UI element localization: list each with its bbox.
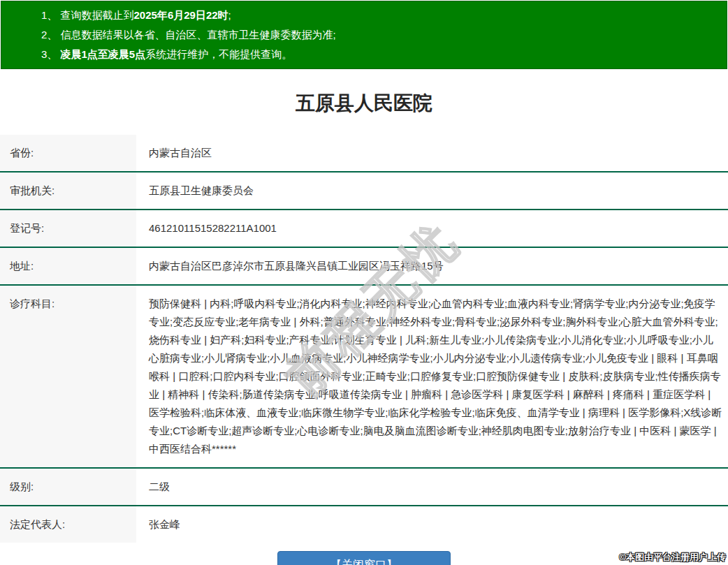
notice-bold-text: 2025年6月29日22时 (134, 9, 228, 21)
close-window-button[interactable]: 【关闭窗口】 (277, 551, 451, 565)
row-value: 预防保健科 | 内科;呼吸内科专业;消化内科专业;神经内科专业;心血管内科专业;… (136, 286, 728, 467)
table-row-legal-representative: 法定代表人: 张金峰 (0, 505, 728, 543)
notice-text: ; (228, 9, 231, 21)
page-title: 五原县人民医院 (0, 90, 728, 117)
row-label: 登记号: (0, 210, 136, 247)
notice-banner: 1、 查询数据截止到2025年6月29日22时; 2、 信息数据结果以各省、自治… (1, 1, 727, 69)
row-value: 二级 (136, 469, 728, 505)
notice-line-1: 1、 查询数据截止到2025年6月29日22时; (41, 6, 720, 25)
table-row-province: 省份: 内蒙古自治区 (0, 135, 728, 171)
row-label: 法定代表人: (0, 506, 136, 543)
row-label: 级别: (0, 469, 136, 505)
notice-text: 系统进行维护，不能提供查询。 (145, 48, 292, 60)
notice-text: 1、 查询数据截止到 (41, 9, 134, 21)
row-label: 审批机关: (0, 173, 136, 209)
table-row-approval-authority: 审批机关: 五原县卫生健康委员会 (0, 171, 728, 209)
notice-text: 3、 (41, 48, 61, 60)
upload-credit-watermark: ©本图由平台注册用户上传 (619, 551, 726, 564)
hospital-info-page: 1、 查询数据截止到2025年6月29日22时; 2、 信息数据结果以各省、自治… (0, 0, 728, 565)
notice-text: 2、 信息数据结果以各省、自治区、直辖市卫生健康委数据为准; (41, 29, 336, 41)
row-value: 张金峰 (136, 506, 728, 543)
row-value: 46121011515282211A1001 (136, 210, 728, 247)
table-row-level: 级别: 二级 (0, 467, 728, 505)
row-value: 内蒙古自治区巴彦淖尔市五原县隆兴昌镇工业园区冯玉祥路15号 (136, 248, 728, 284)
info-table: 省份: 内蒙古自治区 审批机关: 五原县卫生健康委员会 登记号: 4612101… (0, 135, 728, 543)
table-row-registration-number: 登记号: 46121011515282211A1001 (0, 209, 728, 247)
table-row-medical-subjects: 诊疗科目: 预防保健科 | 内科;呼吸内科专业;消化内科专业;神经内科专业;心血… (0, 284, 728, 467)
row-value: 五原县卫生健康委员会 (136, 173, 728, 209)
notice-line-3: 3、 凌晨1点至凌晨5点系统进行维护，不能提供查询。 (41, 45, 720, 64)
row-label: 诊疗科目: (0, 286, 136, 467)
table-row-address: 地址: 内蒙古自治区巴彦淖尔市五原县隆兴昌镇工业园区冯玉祥路15号 (0, 247, 728, 284)
notice-bold-text: 凌晨1点至凌晨5点 (61, 48, 146, 60)
row-label: 省份: (0, 135, 136, 171)
notice-line-2: 2、 信息数据结果以各省、自治区、直辖市卫生健康委数据为准; (41, 25, 720, 45)
row-label: 地址: (0, 248, 136, 284)
row-value: 内蒙古自治区 (136, 135, 728, 171)
